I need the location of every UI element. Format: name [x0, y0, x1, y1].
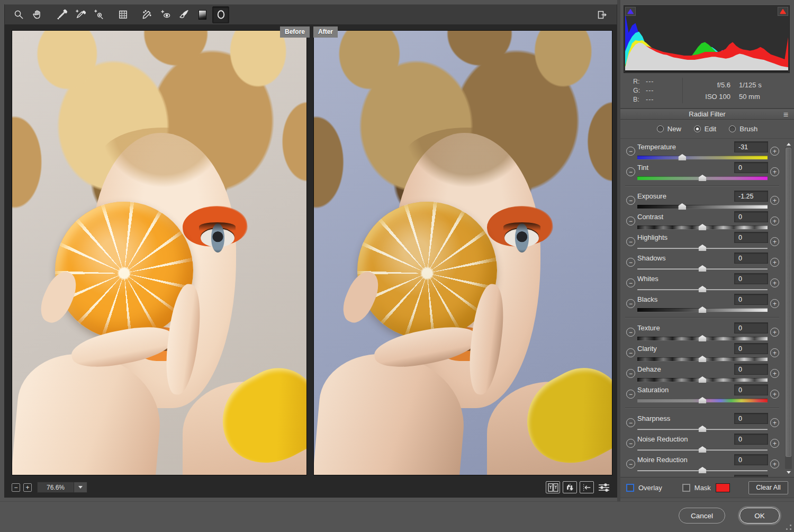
slider-increase-button[interactable]: + — [770, 147, 779, 156]
slider-value-input[interactable] — [734, 294, 768, 305]
slider-thumb[interactable] — [699, 446, 707, 453]
mode-radio-brush[interactable]: Brush — [729, 125, 757, 133]
zoom-out-button[interactable]: − — [12, 483, 20, 492]
shadow-clipping-indicator[interactable] — [625, 7, 636, 16]
slider-decrease-button[interactable]: − — [626, 418, 635, 427]
slider-value-input[interactable] — [734, 232, 768, 243]
graduated-filter-tool[interactable] — [194, 6, 211, 23]
slider-increase-button[interactable]: + — [770, 196, 779, 205]
slider-increase-button[interactable]: + — [770, 278, 779, 287]
color-sampler-tool[interactable] — [72, 6, 89, 23]
slider-value-input[interactable] — [734, 364, 768, 375]
slider-track[interactable] — [637, 223, 768, 231]
slider-thumb[interactable] — [699, 286, 707, 292]
slider-decrease-button[interactable]: − — [626, 328, 635, 337]
slider-track[interactable] — [637, 174, 768, 182]
slider-track[interactable] — [637, 265, 768, 272]
slider-value-input[interactable] — [734, 343, 768, 354]
resize-grip[interactable] — [786, 524, 792, 530]
slider-thumb[interactable] — [699, 426, 707, 432]
slider-value-input[interactable] — [734, 191, 768, 202]
white-balance-tool[interactable] — [53, 6, 70, 23]
slider-track[interactable] — [637, 425, 768, 432]
mask-checkbox[interactable] — [682, 484, 690, 492]
slider-increase-button[interactable]: + — [770, 167, 779, 176]
slider-increase-button[interactable]: + — [770, 348, 779, 357]
slider-decrease-button[interactable]: − — [626, 217, 635, 226]
ok-button[interactable]: OK — [739, 508, 780, 524]
slider-thumb[interactable] — [699, 245, 707, 251]
slider-track[interactable] — [637, 244, 768, 251]
slider-value-input[interactable] — [734, 454, 768, 465]
slider-value-input[interactable] — [734, 413, 768, 424]
slider-decrease-button[interactable]: − — [626, 459, 635, 468]
slider-decrease-button[interactable]: − — [626, 299, 635, 308]
slider-increase-button[interactable]: + — [770, 439, 779, 448]
slider-value-input[interactable] — [734, 384, 768, 395]
zoom-in-button[interactable]: + — [23, 483, 32, 492]
clear-all-button[interactable]: Clear All — [748, 481, 788, 494]
mask-color-swatch[interactable] — [716, 483, 730, 492]
zoom-level-dropdown[interactable] — [74, 482, 87, 493]
slider-decrease-button[interactable]: − — [626, 439, 635, 448]
slider-increase-button[interactable]: + — [770, 369, 779, 378]
slider-track[interactable] — [637, 203, 768, 210]
cycle-preview-mode-button[interactable] — [546, 481, 560, 493]
slider-decrease-button[interactable]: − — [626, 258, 635, 267]
scrollbar-track[interactable] — [785, 147, 792, 469]
slider-thumb[interactable] — [699, 265, 707, 272]
slider-decrease-button[interactable]: − — [626, 167, 635, 176]
slider-value-input[interactable] — [734, 322, 768, 333]
slider-decrease-button[interactable]: − — [626, 390, 635, 399]
zoom-tool[interactable] — [10, 6, 27, 23]
slider-increase-button[interactable]: + — [770, 299, 779, 308]
slider-increase-button[interactable]: + — [770, 217, 779, 226]
slider-increase-button[interactable]: + — [770, 459, 779, 468]
slider-increase-button[interactable]: + — [770, 390, 779, 399]
zoom-level-input[interactable] — [37, 482, 74, 493]
slider-value-input[interactable] — [734, 253, 768, 264]
slider-track[interactable] — [637, 446, 768, 453]
slider-value-input[interactable] — [734, 211, 768, 222]
slider-decrease-button[interactable]: − — [626, 369, 635, 378]
slider-track[interactable] — [637, 396, 768, 404]
mode-radio-edit[interactable]: Edit — [694, 125, 716, 133]
slider-track[interactable] — [637, 355, 768, 363]
slider-decrease-button[interactable]: − — [626, 278, 635, 287]
slider-track[interactable] — [637, 376, 768, 383]
slider-decrease-button[interactable]: − — [626, 147, 635, 156]
red-eye-tool[interactable] — [157, 6, 174, 23]
slider-track[interactable] — [637, 466, 768, 474]
highlight-clipping-indicator[interactable] — [778, 7, 788, 16]
copy-settings-button[interactable] — [580, 481, 594, 493]
slider-track[interactable] — [637, 154, 768, 161]
preview-preferences-button[interactable] — [597, 481, 611, 493]
slider-value-input[interactable] — [734, 162, 768, 173]
slider-increase-button[interactable]: + — [770, 258, 779, 267]
slider-track[interactable] — [637, 285, 768, 293]
slider-value-input[interactable] — [734, 141, 768, 152]
slider-value-input[interactable] — [734, 434, 768, 445]
overlay-checkbox[interactable] — [626, 484, 634, 492]
hand-tool[interactable] — [29, 6, 46, 23]
slider-increase-button[interactable]: + — [770, 328, 779, 337]
before-preview-image[interactable] — [12, 30, 307, 475]
slider-track[interactable] — [637, 306, 768, 313]
slider-decrease-button[interactable]: − — [626, 237, 635, 246]
toggle-panel-button[interactable] — [593, 7, 609, 22]
slider-thumb[interactable] — [699, 467, 707, 473]
cancel-button[interactable]: Cancel — [679, 508, 725, 524]
spot-removal-tool[interactable] — [138, 6, 155, 23]
panel-scrollbar[interactable] — [784, 141, 792, 475]
slider-increase-button[interactable]: + — [770, 237, 779, 246]
slider-increase-button[interactable]: + — [770, 418, 779, 427]
scroll-down-button[interactable] — [784, 469, 792, 475]
scrollbar-thumb[interactable] — [786, 148, 791, 457]
panel-menu-icon[interactable]: ≡ — [783, 110, 788, 120]
radial-filter-tool[interactable] — [212, 6, 229, 23]
slider-value-input[interactable] — [734, 273, 768, 284]
swap-before-after-button[interactable] — [563, 481, 577, 493]
scroll-up-button[interactable] — [784, 141, 792, 147]
mode-radio-new[interactable]: New — [657, 125, 681, 133]
slider-decrease-button[interactable]: − — [626, 348, 635, 357]
